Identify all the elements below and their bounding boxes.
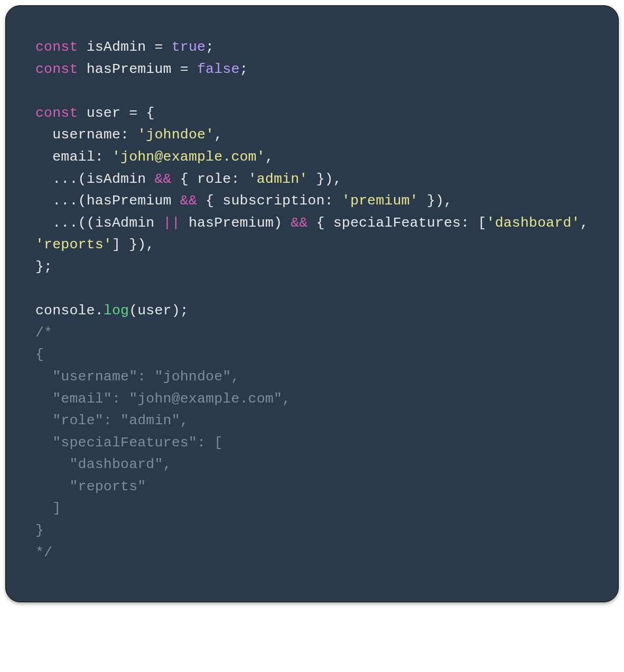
token-str: 'john@example.com'	[112, 149, 265, 165]
token-punc: ;	[206, 39, 214, 55]
token-cm: "dashboard",	[35, 456, 172, 472]
token-ident: specialFeatures	[333, 215, 461, 231]
token-punc: }),	[418, 193, 452, 209]
token-op: &&	[180, 193, 197, 209]
token-str: 'admin'	[248, 171, 308, 187]
token-ident: username	[52, 127, 120, 143]
token-punc: .	[95, 303, 104, 319]
token-punc: :	[461, 215, 469, 231]
token-punc: =	[180, 61, 189, 77]
token-op: ||	[163, 215, 180, 231]
token-ident: isAdmin	[87, 171, 146, 187]
token-cm: "role": "admin",	[35, 413, 189, 428]
token-punc: ...(	[52, 193, 86, 209]
token-bool: false	[197, 61, 240, 77]
token-ident: isAdmin	[87, 39, 146, 55]
token-punc: (	[129, 303, 137, 319]
token-ident: subscription	[222, 193, 324, 209]
token-bool: true	[172, 39, 206, 55]
token-punc: {	[206, 193, 222, 209]
token-ident: isAdmin	[95, 215, 155, 231]
token-kw: const	[35, 39, 78, 55]
token-punc: );	[172, 303, 189, 319]
token-ident: user	[137, 303, 171, 319]
token-kw: const	[35, 105, 78, 121]
token-punc: };	[35, 259, 52, 275]
token-punc: )	[274, 215, 282, 231]
token-punc: =	[129, 105, 137, 121]
token-punc: :	[231, 171, 239, 187]
token-punc: ;	[240, 61, 248, 77]
code-content: const isAdmin = true; const hasPremium =…	[35, 36, 597, 564]
token-ident: hasPremium	[189, 215, 274, 231]
token-cm: {	[35, 347, 44, 362]
token-punc: {	[146, 105, 154, 121]
code-block: const isAdmin = true; const hasPremium =…	[5, 5, 619, 602]
token-cm: /*	[35, 325, 52, 341]
token-ident: hasPremium	[87, 193, 172, 209]
token-op: &&	[291, 215, 308, 231]
token-cm: "specialFeatures": [	[35, 435, 222, 451]
token-punc: :	[120, 127, 129, 143]
token-fn: log	[104, 303, 129, 319]
token-ident: email	[52, 149, 95, 165]
token-ident: user	[87, 105, 120, 121]
token-punc: {	[180, 171, 197, 187]
token-cm: "username": "johndoe",	[35, 369, 239, 385]
token-cm: ]	[35, 500, 61, 516]
token-str: 'reports'	[35, 237, 112, 253]
token-punc: ,	[214, 127, 222, 143]
token-str: 'premium'	[342, 193, 418, 209]
token-cm: */	[35, 545, 52, 561]
token-str: 'johndoe'	[137, 127, 214, 143]
token-punc: =	[154, 39, 163, 55]
token-punc: :	[325, 193, 333, 209]
token-punc: ,	[580, 215, 597, 231]
token-kw: const	[35, 61, 78, 77]
token-ident: role	[197, 171, 231, 187]
token-op: &&	[154, 171, 171, 187]
token-punc: ...(	[52, 171, 86, 187]
token-cm: "email": "john@example.com",	[35, 391, 291, 407]
token-cm: }	[35, 522, 44, 538]
token-punc: ] }),	[112, 237, 155, 253]
token-punc: ,	[265, 149, 274, 165]
token-punc: :	[95, 149, 104, 165]
token-punc: {	[316, 215, 333, 231]
token-ident: hasPremium	[87, 61, 172, 77]
token-punc: }),	[308, 171, 341, 187]
token-punc: [	[478, 215, 486, 231]
token-ident: console	[35, 303, 95, 319]
token-punc: ...((	[52, 215, 95, 231]
token-cm: "reports"	[35, 479, 146, 494]
token-str: 'dashboard'	[487, 215, 580, 231]
